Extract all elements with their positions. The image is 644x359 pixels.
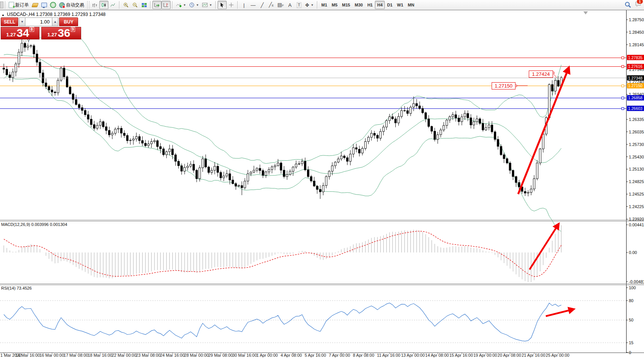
candle [114,129,116,133]
signals-button[interactable] [49,1,58,9]
timeframe-H1[interactable]: H1 [365,1,375,9]
auto-trading-icon [59,2,65,8]
chart-shift-icon [163,3,169,8]
svg-text:29 Mar 08:00: 29 Mar 08:00 [208,353,233,357]
candle [353,148,354,154]
one-click-trading-panel: SELL ▼ 1.00 ▲ BUY 1.27 34 8 1.27 36 9 [1,17,81,39]
search-icon[interactable] [625,2,631,8]
auto-scroll-button[interactable] [152,1,161,9]
zoom-in-button[interactable] [121,1,130,9]
sell-button[interactable]: SELL [1,17,18,26]
volume-increase-button[interactable]: ▲ [52,17,58,26]
trendline-icon: ╱ [261,3,264,8]
candle [150,141,152,144]
candle [232,180,234,183]
trendline-button[interactable]: ╱ [258,1,267,9]
tile-windows-button[interactable] [139,1,149,9]
svg-text:1.26335: 1.26335 [629,117,644,122]
indicators-button[interactable]: ▼ [174,1,188,9]
buy-price-small: 1.27 [47,32,57,38]
timeframe-H4[interactable]: H4 [375,1,385,9]
price-callout-1-27150[interactable]: 1.27150 [492,82,516,89]
macd-pane: 0.0044160.00-0.004818 [4,223,644,284]
candle [138,136,140,141]
svg-text:1 Apr 00:00: 1 Apr 00:00 [257,353,278,357]
volume-decrease-button[interactable]: ▼ [19,17,25,26]
notifications-button[interactable]: 1 [635,1,642,9]
zoom-out-button[interactable] [130,1,139,9]
price-callout-1-27424[interactable]: 1.27424 [529,71,553,78]
fibonacci-button[interactable]: ▤F [276,1,285,9]
timeframe-M1[interactable]: M1 [319,1,329,9]
sell-price-big: 34 [17,27,29,39]
separator [317,1,318,9]
candle [118,128,119,129]
candle [163,149,165,155]
volume-input[interactable]: 1.00 [25,17,52,26]
gold-icon [31,3,39,7]
timeframe-W1[interactable]: W1 [395,1,406,9]
timeframe-MN[interactable]: MN [406,1,417,9]
time-axis[interactable]: 1 Mar 202214 Mar 16:0016 Mar 00:0017 Mar… [0,353,569,357]
chart-symbol-icon: ▲ [2,13,5,17]
terminal-button[interactable] [39,1,49,9]
candle [404,111,406,111]
candle [455,115,457,118]
candle [15,64,17,72]
horizontal-level-lines[interactable] [0,57,626,110]
candle [244,181,246,188]
candle [87,115,89,119]
candle [449,117,451,120]
svg-text:1.26035: 1.26035 [629,130,644,134]
line-chart-button[interactable] [108,1,118,9]
text-button[interactable]: A [285,1,295,9]
new-order-button[interactable]: 新订单 [7,1,30,9]
timeframe-D1[interactable]: D1 [385,1,395,9]
price-axis[interactable]: 1.287501.284501.281451.275451.272401.269… [626,17,644,221]
buy-button[interactable]: BUY [59,17,78,26]
timeframe-M15[interactable]: M15 [340,1,352,9]
chart-canvas[interactable]: 1.287501.284501.281451.275451.272401.269… [0,0,644,359]
timeframe-M5[interactable]: M5 [329,1,340,9]
candle [530,189,532,193]
svg-text:20 Apr 08:00: 20 Apr 08:00 [498,353,521,357]
chart-shift-marker[interactable] [583,11,588,14]
chart-shift-button[interactable] [161,1,171,9]
candle [328,171,330,177]
market-watch-button[interactable] [30,1,39,9]
candle [144,143,146,146]
rsi-indicator-label: RSI(14) 73.4526 [1,286,32,290]
candle [470,118,472,125]
candle [518,182,520,187]
candle [461,117,463,122]
candle [121,128,122,133]
dropdown-arrow-icon: ▼ [183,3,186,7]
buy-price[interactable]: 1.27 36 9 [41,27,81,39]
auto-trading-button[interactable]: 自动交易 [58,1,86,9]
periods-button[interactable]: ▼ [188,1,201,9]
templates-button[interactable]: ▼ [201,1,214,9]
chart-title: ▲ USDCAD-,H4 1.27308 1.27369 1.27293 1.2… [2,12,106,17]
sell-price[interactable]: 1.27 34 8 [1,27,39,39]
candlestick-chart-button[interactable] [99,1,108,9]
candle [362,148,364,153]
candle [78,105,80,108]
candlesticks [3,38,563,199]
candle [66,77,68,87]
candle [241,186,243,188]
horizontal-line-button[interactable]: — [249,1,258,9]
cursor-button[interactable] [218,1,227,9]
candle [214,166,216,171]
candle [229,174,231,180]
candle [503,155,505,159]
bar-chart-button[interactable] [90,1,99,9]
crosshair-button[interactable] [227,1,236,9]
trend-arrows[interactable] [518,68,573,316]
candle [533,179,535,189]
macd-signal-line [4,231,561,277]
arrows-button[interactable]: ✥ ▼ [304,1,315,9]
text-label-button[interactable]: T [295,1,304,9]
channel-button[interactable]: ╱E [267,1,276,9]
timeframe-M30[interactable]: M30 [353,1,365,9]
vertical-line-button[interactable]: | [240,1,249,9]
